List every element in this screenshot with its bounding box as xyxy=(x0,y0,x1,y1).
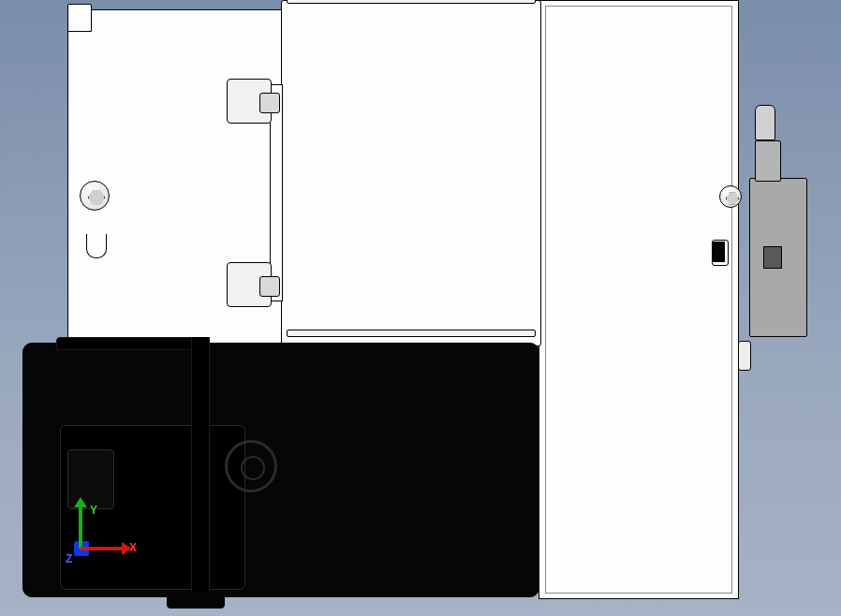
front-column-inner-edge xyxy=(545,6,732,594)
axis-y-icon[interactable] xyxy=(79,506,82,549)
motor-bore-inner xyxy=(241,456,265,480)
center-panel-lip-bottom xyxy=(287,330,536,337)
motor-clamp-band xyxy=(191,337,210,605)
standoff-boss-bottom xyxy=(227,262,272,307)
axis-y-label: Y xyxy=(90,504,97,517)
center-panel-lip-top xyxy=(287,0,536,4)
bracket-pin xyxy=(755,105,775,140)
standoff-boss-top xyxy=(227,79,272,124)
bracket-slot xyxy=(763,246,782,269)
axis-x-icon[interactable] xyxy=(81,547,124,550)
axis-triad[interactable]: Y X Z xyxy=(43,506,118,580)
bracket-arm xyxy=(755,140,781,182)
axis-z-label: Z xyxy=(66,552,72,565)
standoff-pin-bottom xyxy=(259,276,280,297)
hex-screw-left xyxy=(80,181,110,211)
motor-bore-ring xyxy=(225,440,277,492)
bracket-plate xyxy=(749,178,807,337)
motor-bottom-stub xyxy=(167,592,225,609)
axis-x-label: X xyxy=(129,541,137,554)
standoff-pin-top xyxy=(259,93,280,113)
center-panel xyxy=(281,0,541,346)
front-column-cap xyxy=(738,341,751,371)
hex-screw-right xyxy=(719,185,742,208)
column-peg xyxy=(712,242,725,262)
cad-viewport[interactable]: Y X Z xyxy=(0,0,841,616)
plate-notch xyxy=(86,234,107,258)
motor-top-lip xyxy=(56,337,206,350)
plate-ear-left xyxy=(67,4,92,32)
standoff-rail xyxy=(270,84,283,301)
